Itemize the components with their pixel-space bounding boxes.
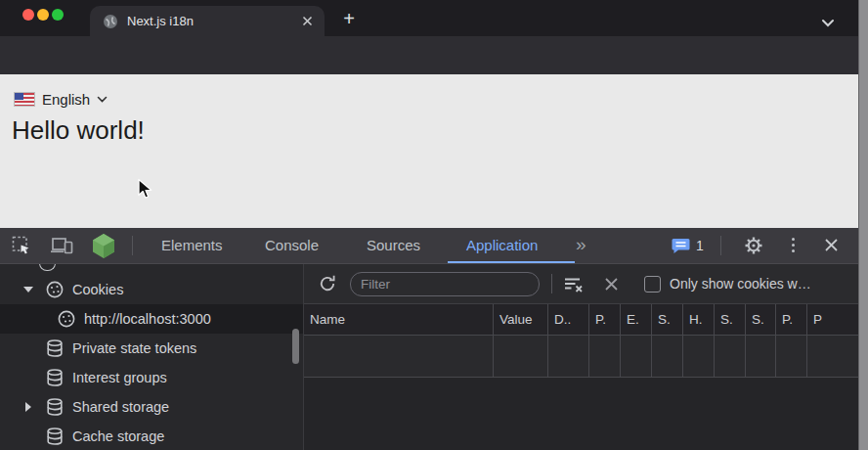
inspect-element-icon[interactable] [12, 236, 31, 259]
devtools-body: Cookies http://localhost:3000 [0, 264, 868, 450]
column-header-httponly[interactable]: H. [683, 304, 715, 335]
devtools-toolbar: Elements Console Sources Application » 1 [0, 228, 868, 264]
browser-window: Next.js i18n + ← → [0, 0, 868, 450]
new-tab-button[interactable]: + [336, 7, 362, 32]
sidebar-item-cache-storage[interactable]: Cache storage [0, 422, 303, 450]
column-header-samesite[interactable]: S. [746, 304, 776, 335]
mouse-cursor [137, 178, 153, 204]
issues-bubble-icon[interactable] [672, 238, 690, 258]
empty-table-row[interactable] [304, 336, 858, 378]
language-label: English [42, 91, 90, 108]
sidebar-scrollbar-thumb[interactable] [292, 329, 299, 364]
cookies-table-header: Name Value D.. P. E. S. H. S. S. P. P [304, 304, 858, 336]
application-sidebar: Cookies http://localhost:3000 [0, 264, 304, 450]
active-tab-underline [448, 261, 575, 264]
collapsed-triangle-icon[interactable] [25, 402, 31, 412]
page-heading: Hello world! [12, 115, 145, 146]
only-show-cookies-checkbox[interactable] [644, 276, 661, 292]
devtools-tab-sources[interactable]: Sources [367, 228, 420, 263]
column-header-value[interactable]: Value [494, 304, 548, 335]
tab-strip: Next.js i18n + [0, 0, 868, 36]
device-toolbar-icon[interactable] [51, 236, 74, 259]
minimize-window-button[interactable] [37, 9, 49, 21]
devtools-tab-console[interactable]: Console [265, 228, 319, 263]
sidebar-item-shared-storage[interactable]: Shared storage [0, 392, 303, 422]
only-show-cookies-label: Only show cookies w… [670, 276, 811, 292]
database-icon [45, 368, 65, 387]
us-flag-icon [14, 92, 35, 107]
column-header-expires[interactable]: E. [621, 304, 652, 335]
zoom-window-button[interactable] [52, 9, 64, 21]
browser-tab[interactable]: Next.js i18n [90, 6, 325, 36]
language-chevron-icon [97, 96, 108, 103]
tab-close-icon[interactable] [302, 16, 313, 26]
column-header-name[interactable]: Name [304, 304, 494, 335]
sidebar-item-interest-groups[interactable]: Interest groups [0, 363, 303, 392]
language-selector[interactable]: English [14, 91, 108, 108]
column-header-secure[interactable]: S. [715, 304, 746, 335]
column-header-path[interactable]: P. [589, 304, 621, 335]
devtools-tab-application[interactable]: Application [466, 228, 538, 263]
cookies-toolbar: Only show cookies w… [304, 264, 858, 304]
cookie-icon [57, 309, 76, 329]
tab-title: Next.js i18n [127, 14, 302, 28]
column-header-domain[interactable]: D.. [548, 304, 589, 335]
filter-input[interactable] [350, 272, 540, 296]
column-header-priority[interactable]: P [807, 304, 858, 335]
expanded-triangle-icon[interactable] [23, 287, 33, 292]
close-window-button[interactable] [22, 9, 34, 21]
partial-storage-icon [39, 264, 56, 271]
devtools-tab-elements[interactable]: Elements [161, 228, 223, 263]
sidebar-item-cookies-localhost[interactable]: http://localhost:3000 [0, 304, 303, 334]
column-header-partition[interactable]: P. [776, 304, 807, 335]
cookies-panel: Only show cookies w… Name Value D.. P. E… [304, 264, 858, 450]
clear-filter-icon[interactable] [563, 275, 585, 293]
database-icon [45, 397, 65, 417]
cookie-icon [45, 280, 65, 299]
tab-favicon-globe-icon [103, 14, 118, 29]
devtools: Elements Console Sources Application » 1 [0, 228, 868, 450]
column-header-size[interactable]: S. [652, 304, 683, 335]
database-icon [45, 427, 65, 446]
more-tabs-icon[interactable]: » [576, 228, 585, 263]
browser-toolbar: ← → localhost:3000 Guest [0, 36, 868, 74]
delete-cookies-icon[interactable] [604, 277, 619, 292]
issues-count[interactable]: 1 [696, 228, 704, 263]
sidebar-item-private-state-tokens[interactable]: Private state tokens [0, 334, 303, 363]
page-content: English Hello world! [0, 74, 868, 228]
nodejs-icon[interactable] [91, 233, 116, 263]
devtools-close-icon[interactable] [824, 238, 839, 256]
devtools-menu-icon[interactable] [792, 238, 795, 252]
database-icon [45, 338, 65, 358]
tab-search-chevron-icon[interactable] [821, 14, 835, 31]
settings-gear-icon[interactable] [744, 236, 763, 259]
sidebar-item-cookies[interactable]: Cookies [0, 275, 303, 304]
window-edge [858, 0, 868, 450]
refresh-cookies-icon[interactable] [318, 274, 337, 297]
